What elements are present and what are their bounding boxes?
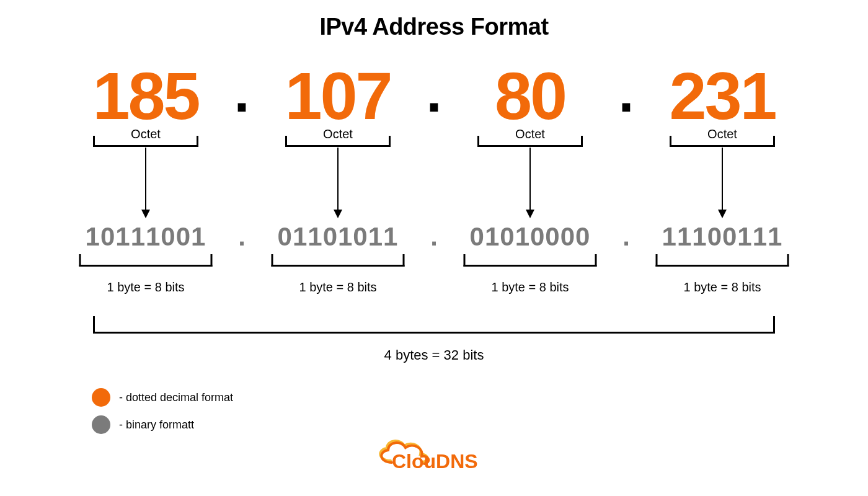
octet-binary-4: 11100111 (648, 224, 797, 250)
legend-swatch-gray (92, 415, 110, 434)
byte-label: 1 byte = 8 bits (648, 280, 797, 294)
bracket-icon (93, 136, 198, 147)
octet-binary-2: 01101011 (264, 224, 412, 250)
arrow-down-icon (722, 148, 723, 217)
byte-bracket-row: 1 byte = 8 bits 1 byte = 8 bits 1 byte =… (65, 254, 803, 298)
byte-label: 1 byte = 8 bits (456, 280, 604, 294)
dot-separator: . (604, 222, 648, 252)
bracket-icon (79, 254, 213, 267)
total-bracket-icon (93, 316, 775, 334)
diagram-stage: IPv4 Address Format 185 . 107 . 80 . 231… (0, 0, 868, 496)
decimal-row: 185 . 107 . 80 . 231 (65, 56, 803, 136)
arrow-row (65, 148, 803, 228)
bracket-icon (272, 254, 405, 267)
legend-item-decimal: - dotted decimal format (92, 388, 233, 407)
bracket-icon (656, 254, 789, 267)
cloudns-logo: ClouDNS (366, 431, 502, 474)
arrow-down-icon (337, 148, 339, 217)
diagram-title: IPv4 Address Format (0, 14, 868, 40)
dot-separator: . (412, 64, 456, 120)
legend: - dotted decimal format - binary formatt (92, 388, 233, 443)
dot-separator: . (220, 222, 264, 252)
legend-swatch-orange (92, 388, 110, 407)
octet-binary-1: 10111001 (71, 224, 220, 250)
dot-separator: . (604, 64, 648, 120)
byte-label: 1 byte = 8 bits (264, 280, 412, 294)
dot-separator: . (220, 64, 264, 120)
svg-text:ClouDNS: ClouDNS (392, 450, 478, 472)
octet-decimal-4: 231 (648, 63, 797, 130)
dot-separator: . (412, 222, 456, 252)
arrow-down-icon (529, 148, 531, 217)
octet-decimal-1: 185 (71, 63, 220, 130)
arrow-down-icon (145, 148, 146, 217)
bracket-icon (477, 136, 583, 147)
legend-label-decimal: - dotted decimal format (119, 391, 233, 404)
legend-item-binary: - binary formatt (92, 415, 233, 434)
byte-label: 1 byte = 8 bits (71, 280, 220, 294)
octet-binary-3: 01010000 (456, 224, 604, 250)
bracket-icon (670, 136, 775, 147)
legend-label-binary: - binary formatt (119, 418, 194, 432)
bracket-icon (285, 136, 391, 147)
binary-row: 10111001 . 01101011 . 01010000 . 1110011… (65, 222, 803, 252)
octet-decimal-2: 107 (264, 63, 412, 130)
total-label: 4 bytes = 32 bits (0, 347, 868, 363)
bracket-icon (464, 254, 597, 267)
octet-decimal-3: 80 (456, 63, 604, 130)
